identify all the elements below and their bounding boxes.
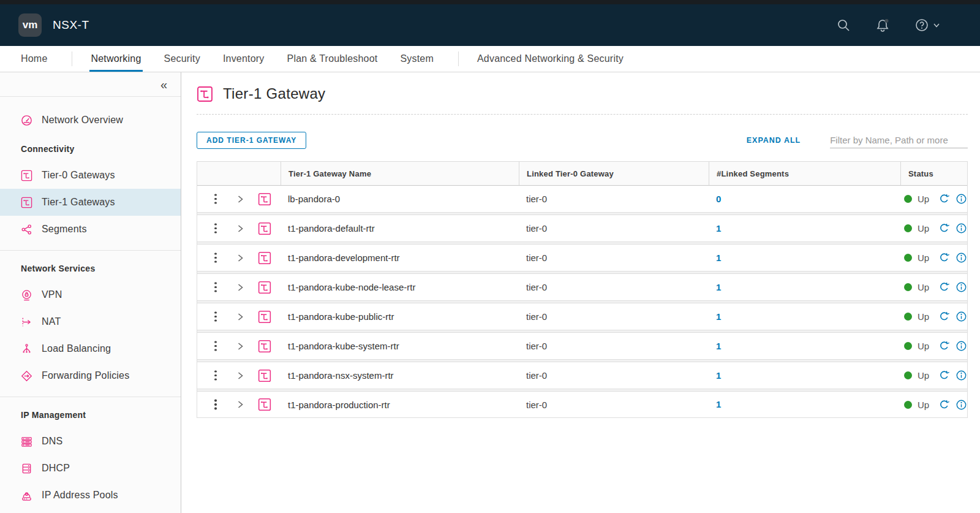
- sidebar-item-label: Tier-1 Gateways: [42, 197, 115, 208]
- row-expand-chevron-icon[interactable]: [236, 254, 244, 262]
- status-info-icon[interactable]: [956, 311, 967, 322]
- tier1-gateway-icon: [258, 281, 271, 294]
- status-label: Up: [918, 194, 929, 204]
- sidebar-item-network-overview[interactable]: Network Overview: [0, 107, 181, 134]
- search-icon[interactable]: [836, 18, 851, 32]
- status-info-icon[interactable]: [956, 370, 967, 381]
- gateway-name[interactable]: t1-pandora-development-rtr: [281, 253, 519, 263]
- tab-security[interactable]: Security: [164, 46, 200, 72]
- dotted-divider: [197, 114, 968, 115]
- refresh-status-icon[interactable]: [938, 193, 950, 205]
- status-label: Up: [918, 311, 929, 322]
- tab-plan-troubleshoot[interactable]: Plan & Troubleshoot: [287, 46, 378, 72]
- column-linked-segments: #Linked Segments: [709, 162, 900, 185]
- sidebar-item-vpn[interactable]: VPN: [0, 281, 181, 308]
- status-info-icon[interactable]: [956, 399, 967, 411]
- row-expand-chevron-icon[interactable]: [236, 313, 244, 321]
- linked-segments-count-link[interactable]: 1: [716, 341, 721, 351]
- vpn-lock-icon: [21, 289, 32, 301]
- row-actions-menu-icon[interactable]: [211, 281, 220, 294]
- gateway-name[interactable]: t1-pandora-nsx-system-rtr: [281, 370, 519, 381]
- refresh-status-icon[interactable]: [938, 399, 950, 411]
- gateway-name[interactable]: t1-pandora-default-rtr: [281, 223, 519, 234]
- sidebar-item-dhcp[interactable]: DHCP: [0, 455, 181, 482]
- dhcp-server-icon: [21, 463, 32, 474]
- add-tier1-gateway-button[interactable]: ADD TIER-1 GATEWAY: [197, 132, 306, 149]
- linked-segments-count-link[interactable]: 1: [716, 311, 721, 322]
- sidebar-collapse-button[interactable]: «: [160, 78, 167, 91]
- sidebar-group-connectivity: Connectivity: [0, 142, 181, 156]
- refresh-status-icon[interactable]: [938, 252, 950, 264]
- help-icon[interactable]: [914, 18, 929, 32]
- gateway-name[interactable]: t1-pandora-kube-public-rtr: [281, 311, 519, 322]
- row-expand-chevron-icon[interactable]: [236, 400, 244, 409]
- tab-system[interactable]: System: [400, 46, 434, 72]
- page-title: Tier-1 Gateway: [223, 85, 325, 102]
- status-up-dot: [904, 313, 912, 321]
- sidebar-item-load-balancing[interactable]: Load Balancing: [0, 335, 181, 362]
- sidebar-item-forwarding-policies[interactable]: Forwarding Policies: [0, 362, 181, 389]
- linked-segments-count-link[interactable]: 1: [716, 399, 721, 409]
- notifications-bell-icon[interactable]: [875, 18, 890, 32]
- sidebar-item-ip-address-pools[interactable]: IP Address Pools: [0, 482, 181, 509]
- sidebar-item-segments[interactable]: Segments: [0, 216, 181, 243]
- linked-tier0-gateway: tier-0: [519, 282, 709, 292]
- sidebar-item-label: Segments: [42, 224, 87, 235]
- refresh-status-icon[interactable]: [938, 222, 950, 234]
- status-info-icon[interactable]: [956, 252, 967, 264]
- row-actions-menu-icon[interactable]: [211, 398, 220, 411]
- status-label: Up: [918, 223, 929, 234]
- sidebar-item-tier0-gateways[interactable]: Tier-0 Gateways: [0, 162, 181, 189]
- filter-input[interactable]: [830, 132, 968, 148]
- row-actions-menu-icon[interactable]: [211, 193, 220, 205]
- sidebar-item-label: Tier-0 Gateways: [42, 170, 115, 181]
- chevron-down-icon: [933, 23, 940, 28]
- vmware-logo: vm: [18, 13, 42, 37]
- row-actions-menu-icon[interactable]: [211, 370, 220, 382]
- table-row: lb-pandora-0 tier-0 0 Up: [197, 186, 967, 212]
- row-expand-chevron-icon[interactable]: [236, 371, 244, 380]
- row-expand-chevron-icon[interactable]: [236, 342, 244, 351]
- row-expand-chevron-icon[interactable]: [236, 195, 244, 203]
- row-actions-menu-icon[interactable]: [211, 252, 220, 264]
- status-info-icon[interactable]: [956, 222, 967, 234]
- status-info-icon[interactable]: [956, 281, 967, 293]
- expand-all-link[interactable]: EXPAND ALL: [747, 136, 801, 145]
- row-actions-menu-icon[interactable]: [211, 340, 220, 352]
- sidebar-item-nat[interactable]: NAT: [0, 308, 181, 335]
- row-expand-chevron-icon[interactable]: [236, 224, 244, 233]
- tab-networking[interactable]: Networking: [91, 46, 141, 72]
- row-actions-menu-icon[interactable]: [211, 311, 220, 323]
- sidebar-item-tier1-gateways[interactable]: Tier-1 Gateways: [0, 189, 181, 216]
- tab-home[interactable]: Home: [21, 46, 47, 72]
- status-info-icon[interactable]: [956, 193, 967, 205]
- table-body: lb-pandora-0 tier-0 0 Up: [197, 186, 967, 418]
- tab-inventory[interactable]: Inventory: [223, 46, 265, 72]
- linked-tier0-gateway: tier-0: [519, 311, 709, 322]
- refresh-status-icon[interactable]: [938, 370, 950, 381]
- gateway-name[interactable]: lb-pandora-0: [281, 194, 519, 204]
- linked-segments-count-link[interactable]: 0: [716, 194, 721, 204]
- gateway-name[interactable]: t1-pandora-production-rtr: [281, 400, 519, 410]
- linked-tier0-gateway: tier-0: [519, 370, 709, 381]
- linked-segments-count-link[interactable]: 1: [716, 253, 721, 263]
- linked-tier0-gateway: tier-0: [519, 400, 709, 410]
- status-info-icon[interactable]: [956, 340, 967, 352]
- refresh-status-icon[interactable]: [938, 311, 950, 322]
- sidebar-item-dns[interactable]: DNS: [0, 428, 181, 455]
- row-expand-chevron-icon[interactable]: [236, 283, 244, 292]
- linked-segments-count-link[interactable]: 1: [716, 370, 721, 381]
- linked-tier0-gateway: tier-0: [519, 341, 709, 351]
- linked-segments-count-link[interactable]: 1: [716, 223, 721, 234]
- row-actions-menu-icon[interactable]: [211, 222, 220, 235]
- linked-tier0-gateway: tier-0: [519, 223, 709, 234]
- status-up-dot: [904, 371, 912, 379]
- linked-segments-count-link[interactable]: 1: [716, 282, 721, 292]
- gateway-name[interactable]: t1-pandora-kube-system-rtr: [281, 341, 519, 351]
- refresh-status-icon[interactable]: [938, 281, 950, 293]
- help-menu[interactable]: [914, 18, 940, 32]
- refresh-status-icon[interactable]: [938, 340, 950, 352]
- gateway-name[interactable]: t1-pandora-kube-node-lease-rtr: [281, 282, 519, 292]
- titlebar: vm NSX-T: [0, 4, 980, 46]
- tab-advanced-networking-security[interactable]: Advanced Networking & Security: [477, 46, 624, 72]
